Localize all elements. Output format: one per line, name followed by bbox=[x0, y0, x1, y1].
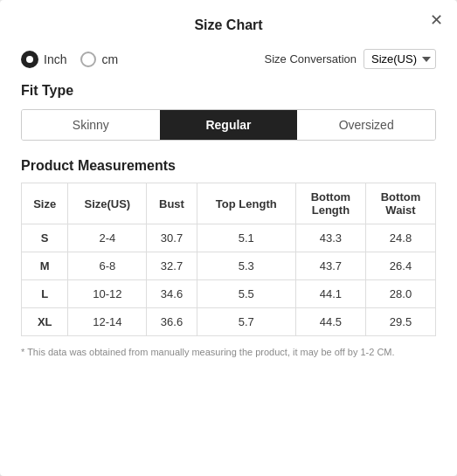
cell-top_length: 5.3 bbox=[197, 252, 295, 280]
col-size-us: Size(US) bbox=[68, 183, 147, 224]
col-bottom-length: BottomLength bbox=[295, 183, 365, 224]
cell-size_us: 10-12 bbox=[68, 280, 147, 308]
unit-options: Inch cm bbox=[21, 51, 118, 68]
fit-tabs: Skinny Regular Oversized bbox=[21, 109, 436, 141]
cell-size_us: 2-4 bbox=[68, 224, 147, 252]
close-button[interactable]: ✕ bbox=[430, 12, 443, 28]
cell-size: M bbox=[22, 252, 68, 280]
cell-bottom_waist: 29.5 bbox=[365, 308, 435, 336]
cell-bust: 32.7 bbox=[147, 252, 197, 280]
col-bust: Bust bbox=[147, 183, 197, 224]
size-conversation: Size Conversation Size(US) Size(EU) Size… bbox=[265, 49, 437, 69]
unit-row: Inch cm Size Conversation Size(US) Size(… bbox=[21, 49, 436, 69]
cell-bust: 36.6 bbox=[147, 308, 197, 336]
unit-inch[interactable]: Inch bbox=[21, 51, 66, 68]
cell-top_length: 5.5 bbox=[197, 280, 295, 308]
size-chart-modal: Size Chart ✕ Inch cm Size Conversation S… bbox=[0, 0, 457, 476]
table-row: M6-832.75.343.726.4 bbox=[22, 252, 436, 280]
cell-bottom_waist: 28.0 bbox=[365, 280, 435, 308]
inch-label: Inch bbox=[44, 52, 66, 66]
size-conversation-label: Size Conversation bbox=[265, 52, 357, 66]
cell-bottom_length: 43.7 bbox=[295, 252, 365, 280]
table-row: XL12-1436.65.744.529.5 bbox=[22, 308, 436, 336]
unit-cm[interactable]: cm bbox=[80, 52, 118, 67]
cell-bottom_waist: 26.4 bbox=[365, 252, 435, 280]
cell-bust: 30.7 bbox=[147, 224, 197, 252]
cm-radio bbox=[80, 52, 96, 67]
cell-top_length: 5.7 bbox=[197, 308, 295, 336]
tab-skinny[interactable]: Skinny bbox=[22, 110, 160, 140]
tab-oversized[interactable]: Oversized bbox=[297, 110, 435, 140]
col-top-length: Top Length bbox=[197, 183, 295, 224]
cell-size: XL bbox=[22, 308, 68, 336]
cm-label: cm bbox=[101, 52, 118, 66]
cell-top_length: 5.1 bbox=[197, 224, 295, 252]
modal-title: Size Chart bbox=[21, 17, 436, 33]
col-size: Size bbox=[22, 183, 68, 224]
tab-regular[interactable]: Regular bbox=[160, 110, 298, 140]
footnote: * This data was obtained from manually m… bbox=[21, 347, 436, 357]
inch-radio-checked bbox=[21, 51, 38, 68]
cell-size: S bbox=[22, 224, 68, 252]
measurements-table: Size Size(US) Bust Top Length BottomLeng… bbox=[21, 183, 436, 336]
size-conversation-select[interactable]: Size(US) Size(EU) Size(UK) bbox=[364, 49, 436, 69]
fit-type-label: Fit Type bbox=[21, 83, 436, 99]
cell-size_us: 12-14 bbox=[68, 308, 147, 336]
cell-size_us: 6-8 bbox=[68, 252, 147, 280]
table-row: L10-1234.65.544.128.0 bbox=[22, 280, 436, 308]
table-row: S2-430.75.143.324.8 bbox=[22, 224, 436, 252]
cell-bust: 34.6 bbox=[147, 280, 197, 308]
cell-size: L bbox=[22, 280, 68, 308]
cell-bottom_length: 43.3 bbox=[295, 224, 365, 252]
cell-bottom_length: 44.5 bbox=[295, 308, 365, 336]
col-bottom-waist: BottomWaist bbox=[365, 183, 435, 224]
cell-bottom_waist: 24.8 bbox=[365, 224, 435, 252]
product-measurements-label: Product Measurements bbox=[21, 158, 436, 174]
cell-bottom_length: 44.1 bbox=[295, 280, 365, 308]
